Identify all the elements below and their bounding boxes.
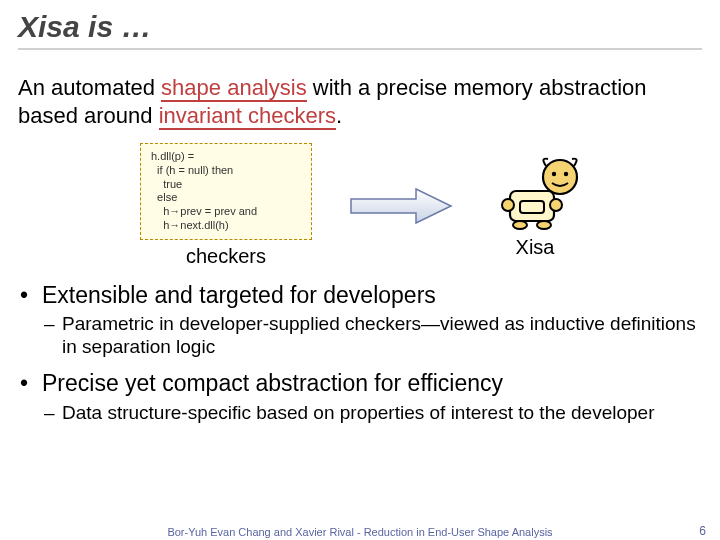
highlight-shape-analysis: shape analysis [161,75,307,102]
figure-row: h.dll(p) = if (h = null) then true else … [18,143,702,269]
checkers-caption: checkers [186,244,266,269]
intro-post: . [336,103,342,128]
title-divider [18,48,702,50]
svg-point-3 [564,172,568,176]
sub-item: Data structure-specific based on propert… [42,402,702,425]
xisa-figure: Xisa [490,151,580,260]
sub-list: Data structure-specific based on propert… [42,402,702,425]
arrow-icon [346,181,456,231]
bullet-text: Extensible and targeted for developers [42,282,436,308]
content-region: An automated shape analysis with a preci… [0,56,720,424]
intro-pre: An automated [18,75,161,100]
svg-point-8 [513,221,527,229]
sub-item: Parametric in developer-supplied checker… [42,313,702,359]
svg-rect-4 [510,191,554,221]
intro-paragraph: An automated shape analysis with a preci… [18,74,702,129]
svg-point-6 [502,199,514,211]
checkers-figure: h.dll(p) = if (h = null) then true else … [140,143,312,269]
svg-point-7 [550,199,562,211]
highlight-invariant-checkers: invariant checkers [159,103,336,130]
slide: Xisa is … An automated shape analysis wi… [0,0,720,540]
bullet-list: Extensible and targeted for developers P… [18,281,702,425]
sub-list: Parametric in developer-supplied checker… [42,313,702,359]
svg-point-9 [537,221,551,229]
bullet-item: Precise yet compact abstraction for effi… [18,369,702,425]
xisa-character-icon [490,151,580,231]
svg-point-2 [552,172,556,176]
page-number: 6 [699,524,706,538]
xisa-caption: Xisa [516,235,555,260]
bullet-text: Precise yet compact abstraction for effi… [42,370,503,396]
footer-text: Bor-Yuh Evan Chang and Xavier Rival - Re… [0,526,720,538]
title-region: Xisa is … [0,0,720,56]
slide-title: Xisa is … [18,10,702,44]
svg-marker-0 [351,189,451,223]
code-box: h.dll(p) = if (h = null) then true else … [140,143,312,240]
svg-point-1 [543,160,577,194]
bullet-item: Extensible and targeted for developers P… [18,281,702,359]
